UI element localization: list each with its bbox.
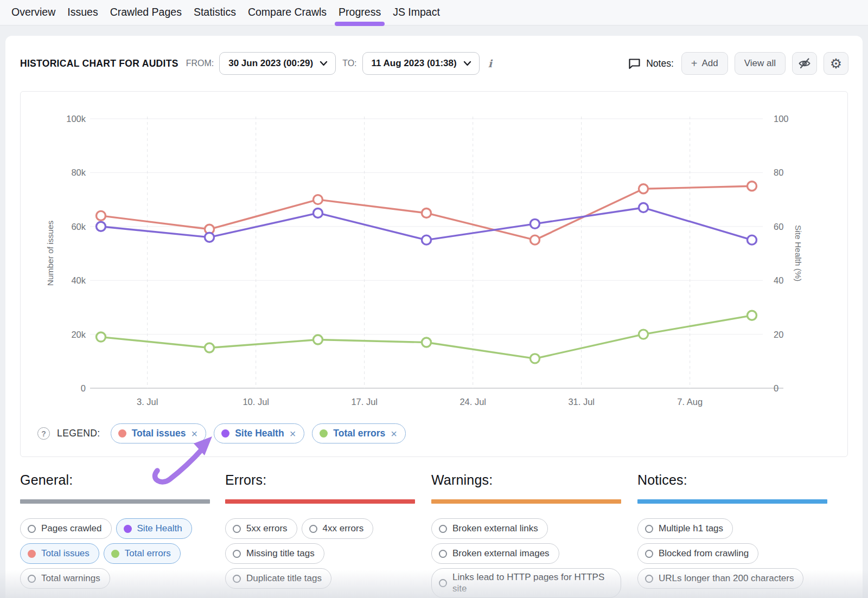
historical-chart-container: 100k10080k8060k6040k4020k20003. Jul10. J… xyxy=(20,91,848,457)
chip-row: Total issuesTotal errors xyxy=(20,543,210,564)
section-color-bar xyxy=(637,499,827,504)
radio-circle-icon xyxy=(309,525,317,533)
legend-chip-total-errors[interactable]: Total errors× xyxy=(312,423,406,443)
section-title: Warnings: xyxy=(431,472,621,488)
top-nav: OverviewIssuesCrawled PagesStatisticsCom… xyxy=(5,0,446,25)
series-dot xyxy=(124,525,132,533)
radio-circle-icon xyxy=(439,550,447,558)
svg-text:24. Jul: 24. Jul xyxy=(459,397,486,407)
chip-row: Pages crawledSite Health xyxy=(20,518,210,539)
series-dot xyxy=(111,550,119,558)
metric-chip-label: Total issues xyxy=(41,548,90,559)
svg-text:60: 60 xyxy=(774,222,783,232)
legend-chip-site-health[interactable]: Site Health× xyxy=(214,423,304,443)
metric-chip-multiple-h1-tags[interactable]: Multiple h1 tags xyxy=(637,518,733,539)
to-date-dropdown[interactable]: 11 Aug 2023 (01:38) xyxy=(362,52,480,75)
radio-circle-icon xyxy=(645,525,653,533)
series-dot xyxy=(118,429,126,438)
nav-tab-compare-crawls[interactable]: Compare Crawls xyxy=(242,0,333,25)
view-all-notes-button[interactable]: View all xyxy=(735,52,786,75)
metric-chip-pages-crawled[interactable]: Pages crawled xyxy=(20,518,112,539)
series-dot xyxy=(320,429,328,438)
metric-chip-5xx-errors[interactable]: 5xx errors xyxy=(225,518,297,539)
active-tab-underline xyxy=(335,22,385,26)
close-icon[interactable]: × xyxy=(290,428,296,439)
help-icon[interactable]: ? xyxy=(37,427,50,440)
chart-settings-button[interactable]: ⚙ xyxy=(824,52,848,75)
svg-text:20k: 20k xyxy=(71,330,86,339)
audit-chart-svg: 100k10080k8060k6040k4020k20003. Jul10. J… xyxy=(21,92,847,417)
metric-chip-broken-external-links[interactable]: Broken external links xyxy=(431,518,548,539)
metric-chip-total-issues[interactable]: Total issues xyxy=(20,543,99,564)
eye-off-icon xyxy=(798,57,811,70)
legend-chip-total-issues[interactable]: Total issues× xyxy=(111,423,207,443)
chevron-down-icon xyxy=(320,61,328,66)
svg-text:80k: 80k xyxy=(71,168,86,177)
close-icon[interactable]: × xyxy=(192,428,198,439)
svg-text:0: 0 xyxy=(774,383,778,393)
nav-tab-overview[interactable]: Overview xyxy=(5,0,61,25)
nav-tab-crawled-pages[interactable]: Crawled Pages xyxy=(104,0,188,25)
metric-chip-4xx-errors[interactable]: 4xx errors xyxy=(302,518,374,539)
section-color-bar xyxy=(20,499,210,504)
radio-circle-icon xyxy=(439,525,447,533)
chip-row: Multiple h1 tags xyxy=(637,518,827,539)
metric-chip-total-errors[interactable]: Total errors xyxy=(104,543,181,564)
radio-circle-icon xyxy=(645,550,653,558)
info-icon[interactable]: i xyxy=(488,57,492,69)
metric-chip-label: Site Health xyxy=(137,523,182,534)
top-nav-bar: OverviewIssuesCrawled PagesStatisticsCom… xyxy=(0,0,868,25)
progress-card: HISTORICAL CHART FOR AUDITS FROM: 30 Jun… xyxy=(5,36,863,598)
legend-chip-label: Total issues xyxy=(132,428,186,439)
metric-chip-blocked-from-crawling[interactable]: Blocked from crawling xyxy=(637,543,758,564)
add-note-button[interactable]: + Add xyxy=(681,52,728,75)
svg-text:10. Jul: 10. Jul xyxy=(242,397,269,407)
legend-chip-label: Total errors xyxy=(333,428,385,439)
metric-chip-label: 5xx errors xyxy=(246,523,288,534)
metric-chip-site-health[interactable]: Site Health xyxy=(116,518,192,539)
svg-text:7. Aug: 7. Aug xyxy=(677,397,703,407)
radio-circle-icon xyxy=(233,525,241,533)
svg-text:Site Health (%): Site Health (%) xyxy=(794,225,803,281)
svg-text:3. Jul: 3. Jul xyxy=(137,397,158,407)
chart-legend: ? LEGEND: Total issues×Site Health×Total… xyxy=(37,423,413,443)
metric-chip-missing-title-tags[interactable]: Missing title tags xyxy=(225,543,324,564)
svg-text:40: 40 xyxy=(774,275,783,285)
svg-text:100: 100 xyxy=(774,114,789,124)
radio-circle-icon xyxy=(28,525,36,533)
chart-header-row: HISTORICAL CHART FOR AUDITS FROM: 30 Jun… xyxy=(20,52,848,75)
svg-text:20: 20 xyxy=(774,330,783,339)
to-label: TO: xyxy=(342,59,356,68)
metric-chip-label: Broken external links xyxy=(452,523,538,534)
metric-chip-label: Total errors xyxy=(125,548,171,559)
svg-text:100k: 100k xyxy=(66,114,86,124)
series-dot xyxy=(28,550,36,558)
close-icon[interactable]: × xyxy=(391,428,397,439)
to-date-value: 11 Aug 2023 (01:38) xyxy=(372,58,457,69)
chip-row: Broken external images xyxy=(431,543,621,564)
section-title: General: xyxy=(20,472,210,488)
legend-chip-label: Site Health xyxy=(235,428,284,439)
notes-label: Notes: xyxy=(646,58,674,69)
metric-chip-label: Multiple h1 tags xyxy=(659,523,723,534)
chevron-down-icon xyxy=(463,61,471,66)
metric-chip-broken-external-images[interactable]: Broken external images xyxy=(431,543,559,564)
from-date-dropdown[interactable]: 30 Jun 2023 (00:29) xyxy=(219,52,336,75)
plus-icon: + xyxy=(691,57,698,70)
svg-text:60k: 60k xyxy=(71,222,86,232)
nav-tab-js-impact[interactable]: JS Impact xyxy=(387,0,446,25)
hide-notes-button[interactable] xyxy=(792,52,817,75)
svg-text:80: 80 xyxy=(774,168,783,177)
section-color-bar xyxy=(225,499,415,504)
series-dot xyxy=(221,429,229,438)
svg-text:17. Jul: 17. Jul xyxy=(351,397,378,407)
note-bubble-icon xyxy=(628,57,641,70)
nav-tab-statistics[interactable]: Statistics xyxy=(188,0,242,25)
radio-circle-icon xyxy=(233,550,241,558)
notes-group: Notes: xyxy=(628,57,674,70)
legend-label: LEGEND: xyxy=(57,428,100,439)
nav-tab-progress[interactable]: Progress xyxy=(333,0,387,25)
section-color-bar xyxy=(431,499,621,504)
nav-tab-issues[interactable]: Issues xyxy=(61,0,104,25)
bottom-fade xyxy=(0,570,868,598)
